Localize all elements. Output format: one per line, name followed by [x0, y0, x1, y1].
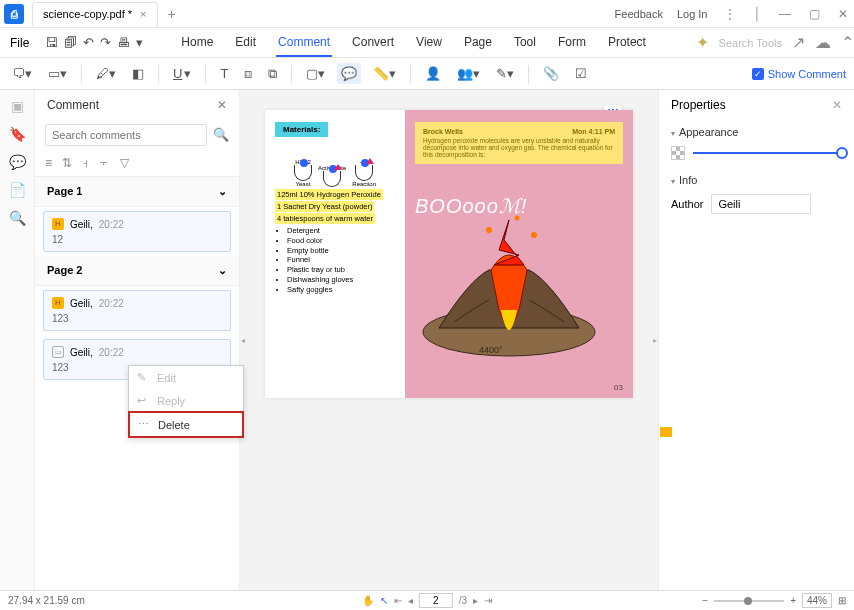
minimize-button[interactable]: —	[777, 7, 793, 21]
select-tool-icon[interactable]: ↖	[380, 595, 388, 606]
opacity-slider[interactable]	[693, 152, 842, 154]
sticky-note[interactable]: Brock WellsMon 4:11 PM Hydrogen peroxide…	[415, 122, 623, 164]
comments-icon[interactable]: 💬	[9, 154, 26, 170]
appearance-section[interactable]: ▾Appearance	[671, 126, 842, 138]
tab-page[interactable]: Page	[462, 29, 494, 57]
underline-tool[interactable]: U▾	[169, 63, 195, 84]
page2-header[interactable]: Page 2 ⌄	[35, 256, 239, 286]
print2-icon[interactable]: 🖶	[117, 35, 130, 50]
text-tool[interactable]: T	[216, 63, 232, 84]
sort2-icon[interactable]: ⇅	[62, 156, 72, 170]
attach-tool[interactable]: 📎	[539, 63, 563, 84]
sign-tool[interactable]: ✎▾	[492, 63, 518, 84]
highlight-tool[interactable]: 🖊▾	[92, 63, 120, 84]
comment-marker-icon[interactable]	[660, 427, 672, 437]
callout-tool[interactable]: 💬	[337, 63, 361, 84]
zoom-value[interactable]: 44%	[802, 593, 832, 608]
page2-label: Page 2	[47, 264, 82, 277]
summary-tool[interactable]: ☑	[571, 63, 591, 84]
search-icon[interactable]: 🔍	[9, 210, 26, 226]
next-page-icon[interactable]: ▸	[473, 595, 478, 606]
new-tab-button[interactable]: +	[168, 6, 176, 22]
opacity-swatch[interactable]	[671, 146, 685, 160]
stamp2-tool[interactable]: 👥▾	[453, 63, 484, 84]
bookmark-icon[interactable]: 🔖	[9, 126, 26, 142]
sort-icon[interactable]: ≡	[45, 156, 52, 170]
tab-comment[interactable]: Comment	[276, 29, 332, 57]
search-comments-input[interactable]	[45, 124, 207, 146]
textbox-tool[interactable]: ▭▾	[44, 63, 71, 84]
shape-tool[interactable]: ▢▾	[302, 63, 329, 84]
page1-header[interactable]: Page 1 ⌄	[35, 177, 239, 207]
close-tab-icon[interactable]: ×	[140, 8, 146, 20]
author-input[interactable]	[711, 194, 811, 214]
file-menu[interactable]: File	[0, 36, 39, 50]
comment-time: 20:22	[99, 347, 124, 358]
undo-icon[interactable]: ↶	[83, 35, 94, 50]
tab-home[interactable]: Home	[179, 29, 215, 57]
page-number: 03	[614, 383, 623, 392]
tab-protect[interactable]: Protect	[606, 29, 648, 57]
expand-icon[interactable]: ⫞	[82, 156, 88, 170]
more-icon[interactable]: ⋮	[722, 7, 738, 21]
attachment-icon[interactable]: 📄	[9, 182, 26, 198]
qat-more-icon[interactable]: ▾	[136, 35, 143, 50]
thumbnails-icon[interactable]: ▣	[11, 98, 24, 114]
maximize-button[interactable]: ▢	[807, 7, 822, 21]
properties-title: Properties	[671, 98, 726, 112]
close-window-button[interactable]: ✕	[836, 7, 850, 21]
stamp-tool[interactable]: 👤	[421, 63, 445, 84]
note-tool[interactable]: 🗨▾	[8, 63, 36, 84]
divider: │	[752, 7, 764, 21]
zoom-in-icon[interactable]: +	[790, 595, 796, 606]
share-icon[interactable]: ↗	[792, 33, 805, 52]
document-tab[interactable]: science-copy.pdf * ×	[32, 2, 158, 26]
svg-point-3	[515, 216, 520, 221]
tab-convert[interactable]: Convert	[350, 29, 396, 57]
comment-time: 20:22	[99, 298, 124, 309]
highlight-line: 1 Sachet Dry Yeast (powder)	[275, 201, 374, 212]
first-page-icon[interactable]: ⇤	[394, 595, 402, 606]
ctx-delete[interactable]: ⋯Delete	[128, 411, 244, 438]
print-icon[interactable]: 🗐	[64, 35, 77, 50]
tab-edit[interactable]: Edit	[233, 29, 258, 57]
eraser-tool[interactable]: ◧	[128, 63, 148, 84]
menubar: File 🖫 🗐 ↶ ↷ 🖶 ▾ Home Edit Comment Conve…	[0, 28, 854, 58]
text-callout-tool[interactable]: ⧈	[240, 63, 256, 85]
show-comment-toggle[interactable]: ✓Show Comment	[752, 68, 846, 80]
area-highlight-tool[interactable]: ⧉	[264, 63, 281, 85]
zoom-out-icon[interactable]: −	[702, 595, 708, 606]
document-canvas[interactable]: W Materials: H2O2Yeast Active Site --->R…	[246, 90, 652, 590]
last-page-icon[interactable]: ⇥	[484, 595, 492, 606]
close-panel-icon[interactable]: ✕	[217, 98, 227, 112]
comment-item[interactable]: H Geili, 20:22 123	[43, 290, 231, 331]
zoom-slider[interactable]	[714, 600, 784, 602]
cloud-icon[interactable]: ☁	[815, 33, 831, 52]
comment-author: Geili,	[70, 219, 93, 230]
page-input[interactable]	[419, 593, 453, 608]
collapse-ribbon-icon[interactable]: ⌃	[841, 33, 854, 52]
collapse-icon[interactable]: ⫟	[98, 156, 110, 170]
save-icon[interactable]: 🖫	[45, 35, 58, 50]
tab-tool[interactable]: Tool	[512, 29, 538, 57]
wand-icon[interactable]: ✦	[696, 33, 709, 52]
feedback-link[interactable]: Feedback	[615, 8, 663, 20]
redo-icon[interactable]: ↷	[100, 35, 111, 50]
volcano-illustration: 4400°	[419, 210, 599, 360]
login-link[interactable]: Log In	[677, 8, 708, 20]
filter-icon[interactable]: ▽	[120, 156, 129, 170]
tab-form[interactable]: Form	[556, 29, 588, 57]
search-tools[interactable]: Search Tools	[719, 37, 782, 49]
page-total: /3	[459, 595, 467, 606]
ctx-delete-label: Delete	[158, 419, 190, 431]
ctx-reply-label: Reply	[157, 395, 185, 407]
close-properties-icon[interactable]: ✕	[832, 98, 842, 112]
measure-tool[interactable]: 📏▾	[369, 63, 400, 84]
prev-page-icon[interactable]: ◂	[408, 595, 413, 606]
fit-page-icon[interactable]: ⊞	[838, 595, 846, 606]
tab-view[interactable]: View	[414, 29, 444, 57]
hand-tool-icon[interactable]: ✋	[362, 595, 374, 606]
search-go-icon[interactable]: 🔍	[213, 124, 229, 146]
info-section[interactable]: ▾Info	[671, 174, 842, 186]
comment-item[interactable]: H Geili, 20:22 12	[43, 211, 231, 252]
